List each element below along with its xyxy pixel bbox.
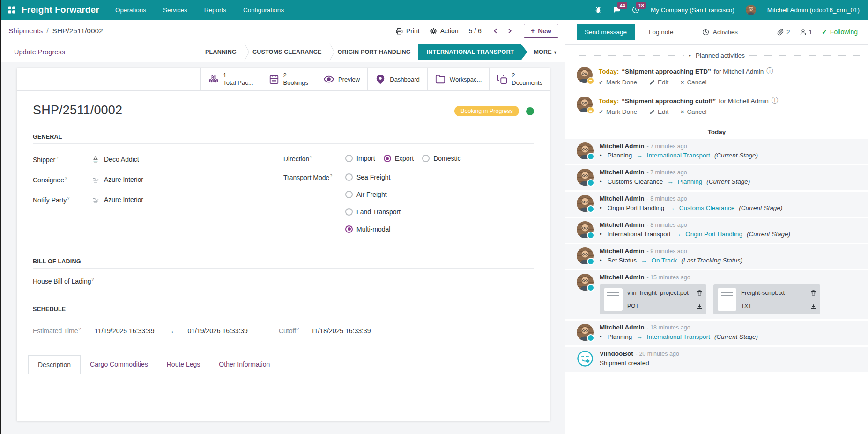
- info-icon[interactable]: ⓘ: [772, 97, 778, 105]
- preview-button[interactable]: Preview: [316, 68, 367, 90]
- radio-transport-air[interactable]: Air Freight: [345, 191, 401, 198]
- info-icon[interactable]: ⓘ: [766, 67, 773, 75]
- attachment-card[interactable]: Freight-script.txt TXT: [713, 284, 820, 314]
- messages-icon[interactable]: 44: [613, 6, 621, 14]
- attachments-counter[interactable]: 2: [777, 29, 790, 36]
- user-menu[interactable]: Mitchell Admin (odoo16_crm_01): [767, 7, 860, 14]
- stage-planning[interactable]: PLANNING: [202, 49, 239, 55]
- status-link[interactable]: On Track: [652, 257, 677, 264]
- radio-transport-sea[interactable]: Sea Freight: [345, 173, 401, 181]
- log-note-button[interactable]: Log note: [649, 29, 674, 36]
- pager-previous-button[interactable]: [492, 27, 499, 35]
- tab-route-legs[interactable]: Route Legs: [157, 355, 210, 374]
- radio-direction-import[interactable]: Import: [345, 155, 375, 162]
- attachment-name[interactable]: viin_freight_project.pot: [627, 289, 702, 296]
- chatter-feed[interactable]: ▾ Planned activities Today: “Shipment ap…: [565, 45, 868, 434]
- update-progress-button[interactable]: Update Progress: [14, 48, 65, 56]
- message-author[interactable]: ViindooBot: [600, 350, 633, 357]
- radio-icon[interactable]: [345, 155, 353, 162]
- radio-icon[interactable]: [345, 208, 353, 216]
- radio-checked-icon[interactable]: [345, 225, 353, 233]
- message-author[interactable]: Mitchell Admin: [600, 221, 645, 228]
- estimated-start-value[interactable]: 11/19/2025 16:33:39: [95, 327, 154, 335]
- planned-activities-header[interactable]: ▾ Planned activities: [574, 52, 860, 59]
- stage-more-dropdown[interactable]: MORE▾: [529, 49, 559, 55]
- mark-done-button[interactable]: ✓Mark Done: [599, 108, 637, 115]
- attachment-name[interactable]: Freight-script.txt: [741, 289, 816, 296]
- attachment-type: POT: [627, 303, 702, 309]
- estimated-end-value[interactable]: 01/19/2026 16:33:39: [187, 327, 247, 335]
- radio-icon[interactable]: [422, 155, 430, 162]
- attachment-card[interactable]: viin_freight_project.pot POT: [600, 284, 706, 314]
- stage-link[interactable]: International Transport: [647, 152, 710, 159]
- app-title[interactable]: Freight Forwarder: [22, 5, 99, 15]
- stage-origin-port-handling[interactable]: ORIGIN PORT HANDLING: [335, 49, 414, 55]
- breadcrumb-separator: /: [46, 27, 48, 35]
- delete-attachment-button[interactable]: [810, 288, 816, 297]
- breadcrumb-shipments[interactable]: Shipments: [8, 27, 43, 35]
- tab-cargo-commodities[interactable]: Cargo Commodities: [81, 355, 157, 374]
- dashboard-button[interactable]: Dashboard: [367, 68, 427, 90]
- company-switcher[interactable]: My Company (San Francisco): [651, 7, 734, 14]
- print-button[interactable]: Print: [396, 27, 420, 35]
- tab-description[interactable]: Description: [28, 355, 81, 374]
- radio-icon[interactable]: [345, 191, 353, 198]
- debug-bug-icon[interactable]: [594, 6, 602, 14]
- menu-reports[interactable]: Reports: [204, 7, 226, 14]
- section-heading-general: GENERAL: [33, 134, 534, 144]
- pager-next-button[interactable]: [506, 27, 513, 35]
- schedule-activity-button[interactable]: Activities: [690, 20, 750, 44]
- message-author[interactable]: Mitchell Admin: [600, 195, 645, 202]
- total-packages-button[interactable]: 1Total Pac...: [200, 68, 260, 90]
- field-house-bill-of-lading[interactable]: House Bill of Lading?: [33, 277, 534, 285]
- stage-link[interactable]: Customs Clearance: [679, 204, 735, 211]
- mark-done-button[interactable]: ✓Mark Done: [599, 79, 637, 86]
- delete-attachment-button[interactable]: [697, 288, 703, 297]
- status-badge[interactable]: Booking in Progress: [454, 106, 519, 116]
- radio-direction-export[interactable]: Export: [384, 155, 414, 162]
- download-attachment-button[interactable]: [810, 302, 816, 311]
- stage-customs-clearance[interactable]: CUSTOMS CLEARANCE: [250, 49, 325, 55]
- download-attachment-button[interactable]: [697, 302, 703, 311]
- action-button[interactable]: Action: [430, 27, 459, 35]
- stage-international-transport[interactable]: INTERNATIONAL TRANSPORT: [418, 44, 527, 60]
- cancel-activity-button[interactable]: ×Cancel: [681, 108, 706, 115]
- send-message-button[interactable]: Send message: [577, 24, 635, 40]
- radio-checked-icon[interactable]: [384, 155, 391, 162]
- stage-link[interactable]: International Transport: [647, 333, 710, 340]
- edit-activity-button[interactable]: Edit: [649, 79, 668, 86]
- stage-link[interactable]: Origin Port Handling: [685, 231, 742, 238]
- cutoff-value[interactable]: 11/18/2025 16:33:39: [311, 327, 371, 335]
- radio-icon[interactable]: [345, 173, 353, 181]
- apps-menu-icon[interactable]: [7, 6, 16, 14]
- message-time: - 8 minutes ago: [647, 222, 687, 228]
- bookings-button[interactable]: 2Bookings: [261, 68, 316, 90]
- message-time: - 7 minutes ago: [647, 169, 687, 176]
- radio-transport-land[interactable]: Land Transport: [345, 208, 401, 216]
- stage-link[interactable]: Planning: [678, 178, 703, 185]
- activities-clock-icon[interactable]: 18: [632, 6, 639, 14]
- edit-activity-button[interactable]: Edit: [649, 108, 668, 115]
- kanban-state-dot[interactable]: [526, 107, 534, 115]
- message-author[interactable]: Mitchell Admin: [600, 142, 645, 150]
- tab-other-information[interactable]: Other Information: [209, 355, 279, 374]
- message-author[interactable]: Mitchell Admin: [600, 247, 645, 254]
- workspace-button[interactable]: Workspac...: [427, 68, 489, 90]
- message-author[interactable]: Mitchell Admin: [600, 274, 645, 281]
- radio-direction-domestic[interactable]: Domestic: [422, 155, 460, 162]
- message-author[interactable]: Mitchell Admin: [600, 324, 645, 331]
- pencil-icon: [649, 109, 655, 115]
- message-author[interactable]: Mitchell Admin: [600, 169, 645, 176]
- followers-counter[interactable]: 1: [800, 29, 813, 36]
- cancel-activity-button[interactable]: ×Cancel: [681, 79, 706, 86]
- folder-icon: [435, 74, 445, 84]
- documents-button[interactable]: 2Documents: [489, 68, 550, 90]
- radio-transport-multimodal[interactable]: Multi-modal: [345, 225, 401, 233]
- following-toggle[interactable]: ✓Following: [822, 28, 858, 36]
- menu-configurations[interactable]: Configurations: [243, 7, 284, 14]
- user-avatar[interactable]: [746, 5, 756, 15]
- stage-separator-icon: [325, 44, 334, 61]
- menu-operations[interactable]: Operations: [115, 7, 146, 14]
- menu-services[interactable]: Services: [163, 7, 187, 14]
- new-button[interactable]: +New: [524, 24, 558, 38]
